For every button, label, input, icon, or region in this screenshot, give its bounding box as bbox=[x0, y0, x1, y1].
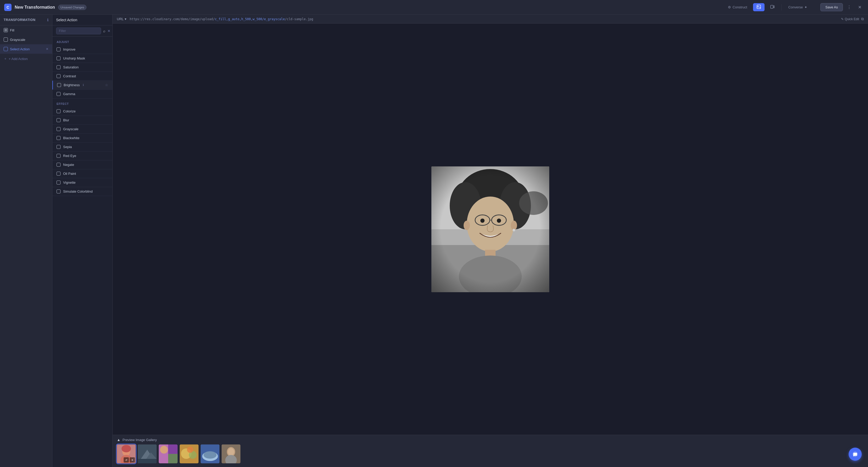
header-center: ⚙ Construct Converse ✦ bbox=[724, 3, 811, 11]
thumbnail-6[interactable] bbox=[222, 444, 241, 463]
tab-image[interactable] bbox=[753, 3, 765, 11]
gamma-icon bbox=[57, 92, 61, 96]
brightness-info-icon: ℹ bbox=[83, 83, 84, 87]
action-item-negate[interactable]: Negate bbox=[52, 160, 112, 169]
svg-point-41 bbox=[204, 451, 217, 459]
action-item-vignette[interactable]: Vignette bbox=[52, 178, 112, 187]
save-as-button[interactable]: Save As bbox=[820, 3, 843, 11]
close-panel-button[interactable]: ✕ bbox=[107, 29, 111, 33]
preview-image bbox=[431, 167, 549, 292]
thumbnail-1[interactable]: ↺ ✕ bbox=[117, 444, 136, 463]
svg-rect-33 bbox=[168, 454, 178, 463]
sidebar-section-title: Transformation bbox=[4, 18, 36, 22]
grayscale-effect-icon bbox=[57, 127, 61, 131]
thumb-1-refresh[interactable]: ↺ bbox=[124, 457, 129, 463]
quick-edit-button[interactable]: ✎ Quick Edit bbox=[841, 17, 859, 21]
grayscale-item-icon bbox=[4, 37, 8, 42]
action-item-blur[interactable]: Blur bbox=[52, 116, 112, 125]
action-item-blackwhite[interactable]: Blackwhite bbox=[52, 134, 112, 143]
action-item-simulate-colorblind[interactable]: Simulate Colorblind bbox=[52, 187, 112, 196]
action-item-oil-paint[interactable]: Oil Paint bbox=[52, 169, 112, 178]
thumb-1-remove[interactable]: ✕ bbox=[130, 457, 135, 463]
action-item-brightness[interactable]: Brightness ℹ ☆ bbox=[52, 81, 112, 90]
gallery-collapse-icon: ▲ bbox=[117, 438, 121, 442]
sidebar-item-fill[interactable]: Fill bbox=[0, 25, 52, 35]
brightness-icon bbox=[57, 83, 61, 87]
thumbnail-4[interactable] bbox=[180, 444, 198, 463]
action-item-unsharp-mask[interactable]: Unsharp Mask bbox=[52, 54, 112, 63]
action-item-colorize[interactable]: Colorize bbox=[52, 107, 112, 116]
gallery-title: Preview Image Gallery bbox=[123, 438, 157, 442]
thumbnail-3[interactable] bbox=[159, 444, 178, 463]
header-right: Save As ⋮ ✕ bbox=[820, 3, 864, 11]
svg-point-34 bbox=[160, 446, 168, 454]
add-icon: ＋ bbox=[4, 56, 7, 61]
close-button[interactable]: ✕ bbox=[856, 3, 864, 11]
select-action-close-icon[interactable]: ✕ bbox=[46, 47, 49, 51]
negate-icon bbox=[57, 163, 61, 167]
construct-icon: ⚙ bbox=[728, 5, 731, 9]
gallery-thumbnails: ↺ ✕ bbox=[117, 444, 864, 463]
sidebar-item-grayscale[interactable]: Grayscale bbox=[0, 35, 52, 44]
info-icon[interactable]: ℹ bbox=[47, 18, 49, 22]
action-panel: Select Action ⌕ ✕ Adjust Improve Unsharp… bbox=[52, 15, 113, 467]
sepia-icon bbox=[57, 145, 61, 149]
url-bar: URL ▾ https://res.cloudinary.com/demo/im… bbox=[113, 15, 868, 24]
action-item-contrast[interactable]: Contrast bbox=[52, 72, 112, 81]
contrast-icon bbox=[57, 74, 61, 78]
brightness-star-icon[interactable]: ☆ bbox=[105, 83, 108, 87]
action-item-sepia[interactable]: Sepia bbox=[52, 143, 112, 151]
add-action-button[interactable]: ＋ + Add Action bbox=[0, 54, 52, 64]
svg-point-38 bbox=[187, 446, 193, 453]
edit-icon: ✎ bbox=[841, 17, 844, 21]
vignette-icon bbox=[57, 181, 61, 184]
sidebar-header: Transformation ℹ bbox=[0, 15, 52, 25]
more-options-button[interactable]: ⋮ bbox=[845, 3, 853, 11]
action-item-gamma[interactable]: Gamma bbox=[52, 90, 112, 98]
unsharp-mask-icon bbox=[57, 56, 61, 60]
copy-url-button[interactable]: ⧉ bbox=[861, 17, 864, 21]
page-title: New Transformation bbox=[15, 5, 55, 10]
action-item-grayscale[interactable]: Grayscale bbox=[52, 125, 112, 134]
group-label-effect: Effect bbox=[52, 98, 112, 107]
video-tab-icon bbox=[770, 5, 775, 10]
simulate-colorblind-icon bbox=[57, 189, 61, 194]
url-actions: ✎ Quick Edit ⧉ bbox=[841, 17, 864, 21]
improve-icon bbox=[57, 48, 61, 51]
image-preview-area bbox=[113, 24, 868, 435]
blackwhite-icon bbox=[57, 136, 61, 140]
unsaved-badge: Unsaved Changes bbox=[58, 5, 87, 10]
converse-button[interactable]: Converse ✦ bbox=[785, 4, 811, 11]
top-header: C New Transformation Unsaved Changes ⚙ C… bbox=[0, 0, 868, 15]
thumbnail-5[interactable] bbox=[200, 444, 219, 463]
tab-video[interactable] bbox=[767, 3, 778, 11]
action-item-improve[interactable]: Improve bbox=[52, 45, 112, 54]
image-tab-icon bbox=[757, 5, 761, 10]
red-eye-icon bbox=[57, 154, 61, 158]
url-dropdown-icon: ▾ bbox=[125, 17, 126, 21]
action-panel-header: Select Action bbox=[52, 15, 112, 25]
sparkle-icon: ✦ bbox=[804, 5, 807, 9]
group-label-adjust: Adjust bbox=[52, 37, 112, 45]
gallery-section: ▲ Preview Image Gallery ↺ ✕ bbox=[113, 435, 868, 467]
sidebar-item-select-action[interactable]: Select Action ✕ bbox=[0, 44, 52, 54]
svg-rect-2 bbox=[771, 5, 773, 8]
thumbnail-2[interactable] bbox=[138, 444, 157, 463]
colorize-icon bbox=[57, 109, 61, 113]
left-sidebar: Transformation ℹ Fill Grayscale Select A… bbox=[0, 15, 52, 467]
gallery-header[interactable]: ▲ Preview Image Gallery bbox=[117, 438, 864, 442]
action-item-saturation[interactable]: Saturation bbox=[52, 63, 112, 72]
svg-point-25 bbox=[122, 445, 131, 452]
action-item-red-eye[interactable]: Red Eye bbox=[52, 151, 112, 160]
fill-item-icon bbox=[4, 28, 8, 32]
preview-image-container bbox=[113, 24, 868, 435]
chat-fab-button[interactable] bbox=[848, 447, 862, 461]
url-label[interactable]: URL ▾ bbox=[117, 17, 126, 21]
filter-row: ⌕ ✕ bbox=[52, 25, 112, 37]
blur-icon bbox=[57, 118, 61, 122]
tab-construct[interactable]: ⚙ Construct bbox=[724, 4, 751, 11]
search-icon: ⌕ bbox=[103, 29, 105, 33]
svg-rect-30 bbox=[138, 459, 157, 463]
filter-input[interactable] bbox=[56, 28, 101, 34]
main-content: URL ▾ https://res.cloudinary.com/demo/im… bbox=[113, 15, 868, 467]
